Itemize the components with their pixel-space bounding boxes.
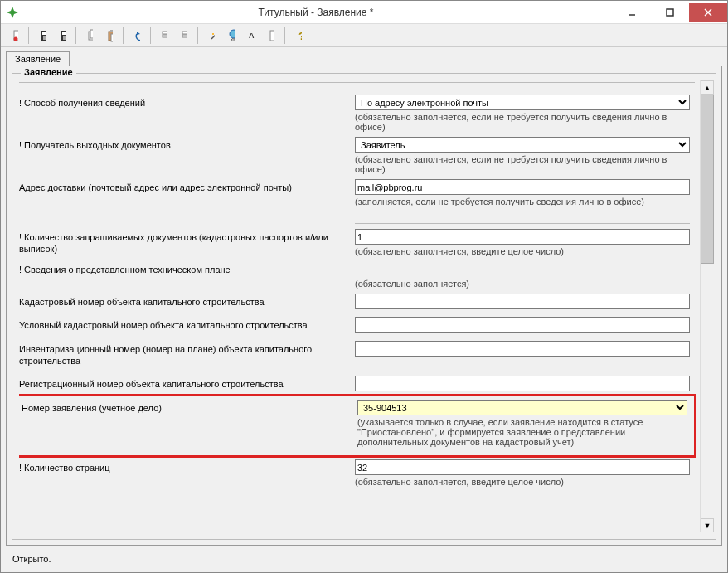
appnum-label: Номер заявления (учетное дело) (22, 400, 357, 416)
xml-icon[interactable]: XML (222, 27, 240, 45)
window-title: Титульный - Заявление * (19, 7, 613, 18)
spellcheck-icon[interactable]: Авс (242, 27, 260, 45)
address-label: Адрес доставки (почтовый адрес или адрес… (19, 179, 355, 196)
paste-icon[interactable] (100, 27, 119, 45)
recipient-hint: (обязательно заполняется, если не требуе… (355, 153, 690, 177)
method-select[interactable]: По адресу электронной почты (355, 95, 690, 110)
svg-rect-15 (110, 30, 113, 32)
svg-rect-13 (90, 30, 93, 38)
address-input[interactable] (355, 179, 690, 195)
svg-rect-29 (270, 31, 274, 41)
tab-application[interactable]: Заявление (6, 51, 70, 66)
save-as-icon[interactable] (53, 27, 71, 45)
scroll-down-icon[interactable]: ▼ (701, 518, 714, 532)
svg-rect-20 (182, 32, 187, 34)
add-row-icon[interactable] (155, 27, 173, 45)
svg-rect-17 (163, 32, 167, 34)
minimize-button[interactable] (613, 3, 651, 22)
content-area: Заявление Заявление ! Способ получения с… (1, 47, 727, 572)
doccount-hint: (обязательно заполняется, введите целое … (355, 245, 690, 260)
pagecount-label: ! Количество страниц (19, 459, 355, 476)
toolbar: XML Авс ? (1, 24, 727, 47)
edit-doc-icon[interactable] (262, 27, 280, 45)
regnum-input[interactable] (355, 376, 690, 391)
svg-text:?: ? (298, 30, 302, 42)
cadnum-label: Кадастровый номер объекта капитального с… (19, 294, 355, 310)
appnum-select[interactable]: 35-904513 (357, 400, 687, 415)
condcadnum-label: Условный кадастровый номер объекта капит… (19, 317, 355, 333)
pagecount-input[interactable] (355, 459, 690, 475)
copy-icon[interactable] (80, 27, 99, 45)
invnum-label: Инвентаризационный номер (номер на плане… (19, 341, 355, 370)
regnum-label: Регистрационный номер объекта капитально… (19, 376, 355, 392)
maximize-button[interactable] (651, 3, 689, 22)
svg-rect-11 (63, 36, 66, 40)
form-body: ! Способ получения сведений По адресу эл… (19, 80, 700, 532)
pagecount-hint: (обязательно заполняется, введите целое … (355, 475, 690, 490)
svg-text:XML: XML (231, 37, 235, 42)
svg-rect-10 (62, 32, 66, 35)
status-bar: Открыто. (6, 551, 722, 569)
tabstrip: Заявление (6, 51, 722, 66)
techplan-hint: (обязательно заполняется) (355, 277, 690, 292)
vertical-scrollbar[interactable]: ▲ ▼ (700, 80, 714, 532)
form-fieldset: Заявление ! Способ получения сведений По… (12, 73, 716, 540)
scroll-up-icon[interactable]: ▲ (701, 80, 714, 95)
status-text: Открыто. (12, 554, 51, 564)
svg-rect-18 (163, 35, 167, 37)
svg-rect-1 (667, 9, 673, 16)
scroll-thumb[interactable] (701, 95, 714, 264)
delete-row-icon[interactable] (175, 27, 193, 45)
highlighted-section: Номер заявления (учетное дело) 35-904513… (19, 394, 696, 458)
save-icon[interactable] (33, 27, 51, 45)
new-doc-icon[interactable] (6, 27, 24, 45)
recipient-label: ! Получатель выходных документов (19, 137, 355, 153)
app-icon (6, 6, 19, 19)
titlebar: Титульный - Заявление * (1, 1, 727, 24)
appnum-hint: (указывается только в случае, если заявл… (357, 415, 687, 450)
doccount-input[interactable] (355, 229, 690, 245)
method-label: ! Способ получения сведений (19, 95, 355, 111)
recipient-select[interactable]: Заявитель (355, 137, 690, 153)
undo-icon[interactable] (128, 27, 146, 45)
address-hint: (заполняется, если не требуется получить… (355, 195, 690, 210)
condcadnum-input[interactable] (355, 317, 690, 333)
svg-point-5 (14, 36, 18, 41)
doccount-label: ! Количество запрашиваемых документов (к… (19, 229, 355, 258)
svg-rect-8 (43, 36, 46, 40)
svg-rect-7 (42, 32, 46, 35)
fieldset-legend: Заявление (21, 67, 76, 77)
svg-point-25 (212, 33, 214, 35)
window-buttons (613, 3, 727, 22)
invnum-input[interactable] (355, 341, 690, 357)
svg-text:Авс: Авс (249, 32, 255, 40)
app-window: Титульный - Заявление * XML Авс (0, 0, 728, 573)
tab-panel: Заявление ! Способ получения сведений По… (6, 66, 722, 546)
wand-icon[interactable] (202, 27, 221, 45)
cadnum-input[interactable] (355, 294, 690, 309)
svg-rect-21 (182, 35, 187, 37)
method-hint: (обязательно заполняется, если не требуе… (355, 110, 690, 135)
scroll-track[interactable] (701, 95, 714, 518)
svg-rect-16 (111, 34, 113, 41)
help-icon[interactable]: ? (289, 27, 308, 45)
techplan-label: ! Сведения о представленном техническом … (19, 261, 355, 278)
close-button[interactable] (689, 3, 727, 22)
